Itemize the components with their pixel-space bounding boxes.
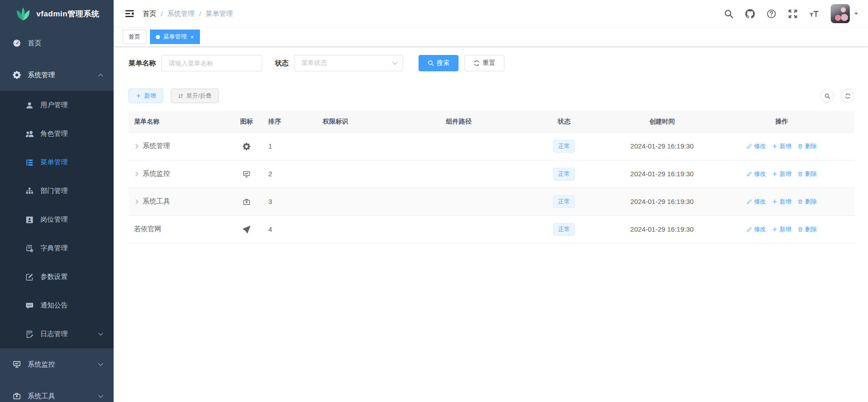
plus-icon — [772, 144, 778, 149]
trash-icon — [798, 144, 803, 149]
edit-link[interactable]: 修改 — [747, 170, 766, 178]
sidebar-submenu-system: 用户管理 角色管理 菜单管理 部门管理 岗位管理 — [0, 91, 114, 348]
dashboard-icon — [13, 39, 21, 47]
created-time: 2024-01-29 16:19:30 — [615, 132, 709, 160]
sidebar-item-label: 日志管理 — [40, 330, 68, 338]
app-title: vfadmin管理系统 — [36, 9, 100, 19]
hide-search-button[interactable] — [820, 89, 834, 103]
tag-home[interactable]: 首页 — [123, 30, 146, 44]
sidebar-item-label: 字典管理 — [40, 244, 68, 253]
search-button-label: 搜索 — [437, 59, 449, 67]
status-label: 状态 — [275, 59, 289, 68]
close-icon[interactable]: × — [190, 34, 194, 40]
monitor-icon — [243, 170, 250, 178]
sidebar-item-label: 参数设置 — [40, 273, 68, 281]
search-icon[interactable] — [724, 9, 733, 19]
status-select-placeholder: 菜单状态 — [301, 59, 327, 67]
sidebar-item-post-mgmt[interactable]: 岗位管理 — [0, 205, 114, 234]
expand-collapse-button[interactable]: 展开/折叠 — [171, 89, 219, 103]
sidebar-item-param-settings[interactable]: 参数设置 — [0, 263, 114, 291]
status-badge: 正常 — [553, 195, 575, 208]
col-component: 组件路径 — [404, 111, 514, 132]
edit-link[interactable]: 修改 — [747, 225, 766, 233]
delete-link[interactable]: 删除 — [798, 142, 817, 150]
col-menu-name: 菜单名称 — [129, 111, 230, 132]
tag-menu-mgmt[interactable]: 菜单管理 × — [150, 30, 200, 44]
sidebar-item-log-mgmt[interactable]: 日志管理 — [0, 320, 114, 348]
add-button[interactable]: 新增 — [129, 89, 163, 103]
leaf-logo-icon — [15, 6, 32, 21]
gear-icon — [243, 143, 250, 150]
app-logo[interactable]: vfadmin管理系统 — [0, 0, 114, 27]
expand-row-icon[interactable] — [134, 199, 140, 204]
table-row: 若依官网 4 正常 2024-01-29 16:19:30 修改 新增 删除 — [129, 215, 854, 243]
sidebar-item-dict-mgmt[interactable]: 字典管理 — [0, 234, 114, 263]
sidebar-item-label: 系统管理 — [28, 71, 55, 79]
caret-down-icon[interactable] — [853, 11, 859, 16]
add-child-link[interactable]: 新增 — [772, 170, 791, 178]
sidebar-item-system-tools[interactable]: 系统工具 — [0, 380, 114, 402]
sidebar-item-system-monitor[interactable]: 系统监控 — [0, 348, 114, 380]
github-icon[interactable] — [745, 9, 755, 19]
delete-link[interactable]: 删除 — [798, 225, 817, 233]
breadcrumb: 首页 / 系统管理 / 菜单管理 — [143, 10, 233, 18]
expand-row-icon[interactable] — [134, 144, 140, 149]
chevron-down-icon — [98, 362, 104, 367]
expand-row-icon[interactable] — [134, 171, 140, 177]
menu-name: 若依官网 — [134, 225, 161, 233]
search-button[interactable]: 搜索 — [419, 55, 459, 71]
chevron-down-icon — [392, 60, 398, 66]
menu-name-input[interactable] — [161, 55, 262, 71]
sidebar-item-label: 用户管理 — [40, 101, 68, 109]
sidebar-fold-icon[interactable] — [125, 9, 135, 19]
fullscreen-icon[interactable] — [788, 9, 798, 19]
plus-icon — [772, 227, 778, 232]
plus-icon — [772, 199, 778, 204]
component-value — [404, 160, 514, 188]
add-child-link[interactable]: 新增 — [772, 198, 791, 206]
font-size-icon[interactable] — [809, 9, 819, 19]
reset-button[interactable]: 重置 — [464, 55, 504, 71]
tag-label: 菜单管理 — [163, 33, 187, 41]
log-icon — [25, 330, 34, 338]
sidebar-item-user-mgmt[interactable]: 用户管理 — [0, 91, 114, 119]
sidebar: vfadmin管理系统 首页 系统管理 用户管理 角色管理 — [0, 0, 114, 402]
plus-icon — [136, 93, 141, 99]
trash-icon — [798, 171, 803, 177]
sidebar-item-home[interactable]: 首页 — [0, 27, 114, 59]
sidebar-item-label: 系统工具 — [28, 392, 55, 401]
table-row: 系统监控 2 正常 2024-01-29 16:19:30 修改 新增 删除 — [129, 160, 854, 188]
add-child-link[interactable]: 新增 — [772, 142, 791, 150]
table-row: 系统管理 1 正常 2024-01-29 16:19:30 修改 新增 删除 — [129, 132, 854, 160]
filter-form: 菜单名称 状态 菜单状态 搜索 重置 — [129, 55, 854, 71]
sidebar-item-role-mgmt[interactable]: 角色管理 — [0, 119, 114, 148]
delete-link[interactable]: 删除 — [798, 170, 817, 178]
status-select[interactable]: 菜单状态 — [294, 55, 403, 71]
edit-link[interactable]: 修改 — [747, 198, 766, 206]
perms-value — [317, 132, 404, 160]
sidebar-item-notice[interactable]: 通知公告 — [0, 291, 114, 320]
sidebar-item-label: 系统监控 — [28, 360, 55, 369]
chevron-down-icon — [98, 331, 104, 337]
delete-link[interactable]: 删除 — [798, 198, 817, 206]
add-child-link[interactable]: 新增 — [772, 225, 791, 233]
refresh-button[interactable] — [841, 89, 854, 103]
order-value: 4 — [263, 215, 317, 243]
col-created: 创建时间 — [615, 111, 709, 132]
active-dot — [156, 35, 160, 39]
sidebar-item-label: 首页 — [28, 39, 41, 48]
help-icon[interactable] — [767, 9, 776, 19]
avatar[interactable] — [831, 4, 850, 23]
sidebar-item-dept-mgmt[interactable]: 部门管理 — [0, 177, 114, 205]
sidebar-item-menu-mgmt[interactable]: 菜单管理 — [0, 148, 114, 177]
edit-link[interactable]: 修改 — [747, 142, 766, 150]
breadcrumb-home[interactable]: 首页 — [143, 10, 156, 18]
status-badge: 正常 — [553, 223, 575, 236]
user-icon — [25, 101, 34, 109]
paper-plane-icon — [243, 226, 250, 233]
sidebar-item-system-mgmt[interactable]: 系统管理 — [0, 59, 114, 91]
sidebar-item-label: 部门管理 — [40, 187, 68, 195]
monitor-icon — [13, 360, 21, 368]
sidebar-item-label: 通知公告 — [40, 301, 68, 310]
dictionary-icon — [25, 244, 34, 253]
